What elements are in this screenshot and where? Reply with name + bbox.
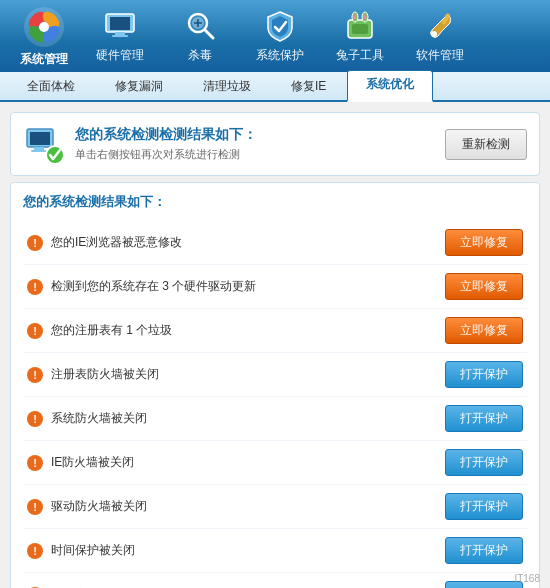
tab-repair-missing[interactable]: 修复漏洞 — [96, 72, 182, 100]
tab-bar: 全面体检 修复漏洞 清理垃圾 修复IE 系统优化 — [0, 72, 550, 102]
warning-icon: ! — [27, 455, 43, 471]
result-text: 检测到您的系统存在 3 个硬件驱动更新 — [51, 278, 256, 295]
result-row: !IE防火墙被关闭打开保护 — [23, 441, 527, 485]
warning-icon: ! — [27, 367, 43, 383]
warning-icon: ! — [27, 323, 43, 339]
nav-item-protect[interactable]: 系统保护 — [240, 0, 320, 72]
svg-rect-16 — [352, 24, 368, 34]
svg-rect-26 — [31, 150, 47, 152]
warning-icon: ! — [27, 543, 43, 559]
result-text: 您的注册表有 1 个垃圾 — [51, 322, 172, 339]
tab-full-check[interactable]: 全面体检 — [8, 72, 94, 100]
main-content: 您的系统检测结果如下： !您的IE浏览器被恶意修改立即修复!检测到您的系统存在 … — [10, 182, 540, 588]
nav-item-software-label: 软件管理 — [416, 47, 464, 64]
svg-rect-8 — [115, 32, 125, 35]
svg-rect-24 — [30, 132, 50, 145]
warning-icon: ! — [27, 235, 43, 251]
nav-item-hardware[interactable]: 硬件管理 — [80, 0, 160, 72]
result-text: 时间保护被关闭 — [51, 542, 135, 559]
tab-clean-junk[interactable]: 清理垃圾 — [184, 72, 270, 100]
summary-text: 您的系统检测检测结果如下： 单击右侧按钮再次对系统进行检测 — [75, 126, 257, 162]
protect-button[interactable]: 打开保护 — [445, 405, 523, 432]
summary-icon — [23, 123, 65, 165]
result-text: IE防火墙被关闭 — [51, 454, 134, 471]
logo-icon — [22, 5, 66, 49]
protect-button[interactable]: 打开保护 — [445, 537, 523, 564]
summary-left: 您的系统检测检测结果如下： 单击右侧按钮再次对系统进行检测 — [23, 123, 257, 165]
result-row: !时间保护被关闭打开保护 — [23, 529, 527, 573]
svg-point-20 — [364, 14, 367, 20]
svg-rect-25 — [34, 147, 44, 150]
svg-rect-9 — [112, 35, 128, 37]
rabbit-icon — [342, 8, 378, 44]
result-text: 驱动防火墙被关闭 — [51, 498, 147, 515]
protect-button[interactable]: 打开保护 — [445, 361, 523, 388]
svg-point-21 — [431, 31, 437, 37]
result-row: !检测到您的系统存在 3 个硬件驱动更新立即修复 — [23, 265, 527, 309]
nav-item-kill-label: 杀毒 — [188, 47, 212, 64]
svg-line-12 — [205, 30, 213, 38]
result-text: 系统防火墙被关闭 — [51, 410, 147, 427]
result-text: 您的IE浏览器被恶意修改 — [51, 234, 182, 251]
search-icon — [182, 8, 218, 44]
top-nav: 系统管理 硬件管理 杀毒 — [0, 0, 550, 72]
protect-button[interactable]: 打开保护 — [445, 449, 523, 476]
svg-point-5 — [39, 22, 49, 32]
warning-icon: ! — [27, 279, 43, 295]
result-row: !驱动防火墙被关闭打开保护 — [23, 485, 527, 529]
wrench-icon — [422, 8, 458, 44]
result-left: !系统防火墙被关闭 — [27, 410, 445, 427]
protect-button[interactable]: 打开保护 — [445, 493, 523, 520]
summary-title: 您的系统检测检测结果如下： — [75, 126, 257, 144]
svg-point-19 — [354, 14, 357, 20]
fix-button[interactable]: 立即修复 — [445, 273, 523, 300]
monitor-icon — [102, 8, 138, 44]
nav-logo[interactable]: 系统管理 — [8, 5, 80, 68]
nav-item-software[interactable]: 软件管理 — [400, 0, 480, 72]
nav-item-tools[interactable]: 兔子工具 — [320, 0, 400, 72]
result-left: !您的注册表有 1 个垃圾 — [27, 322, 445, 339]
tab-optimize[interactable]: 系统优化 — [347, 70, 433, 102]
recheck-button[interactable]: 重新检测 — [445, 129, 527, 160]
section-title: 您的系统检测结果如下： — [23, 193, 527, 211]
summary-box: 您的系统检测检测结果如下： 单击右侧按钮再次对系统进行检测 重新检测 — [10, 112, 540, 176]
nav-item-kill[interactable]: 杀毒 — [160, 0, 240, 72]
results-container: !您的IE浏览器被恶意修改立即修复!检测到您的系统存在 3 个硬件驱动更新立即修… — [23, 221, 527, 588]
result-left: !时间保护被关闭 — [27, 542, 445, 559]
result-text: 注册表防火墙被关闭 — [51, 366, 159, 383]
nav-logo-text: 系统管理 — [20, 51, 68, 68]
tab-repair-ie[interactable]: 修复IE — [272, 72, 345, 100]
protect-button[interactable]: 打开保护 — [445, 581, 523, 588]
result-left: !IE防火墙被关闭 — [27, 454, 445, 471]
result-left: !检测到您的系统存在 3 个硬件驱动更新 — [27, 278, 445, 295]
result-row: !您的IE浏览器被恶意修改立即修复 — [23, 221, 527, 265]
summary-subtitle: 单击右侧按钮再次对系统进行检测 — [75, 147, 257, 162]
result-row: !您的注册表有 1 个垃圾立即修复 — [23, 309, 527, 353]
fix-button[interactable]: 立即修复 — [445, 317, 523, 344]
fix-button[interactable]: 立即修复 — [445, 229, 523, 256]
result-row: !系统防火墙被关闭打开保护 — [23, 397, 527, 441]
warning-icon: ! — [27, 411, 43, 427]
result-left: !注册表防火墙被关闭 — [27, 366, 445, 383]
nav-item-protect-label: 系统保护 — [256, 47, 304, 64]
result-left: !您的IE浏览器被恶意修改 — [27, 234, 445, 251]
svg-rect-7 — [110, 17, 130, 30]
nav-item-hardware-label: 硬件管理 — [96, 47, 144, 64]
result-row: !注册表防火墙被关闭打开保护 — [23, 353, 527, 397]
warning-icon: ! — [27, 499, 43, 515]
result-left: !驱动防火墙被关闭 — [27, 498, 445, 515]
nav-item-tools-label: 兔子工具 — [336, 47, 384, 64]
watermark: IT168 — [514, 573, 540, 584]
result-row: !文件实时监控被关闭打开保护 — [23, 573, 527, 588]
shield-icon — [262, 8, 298, 44]
